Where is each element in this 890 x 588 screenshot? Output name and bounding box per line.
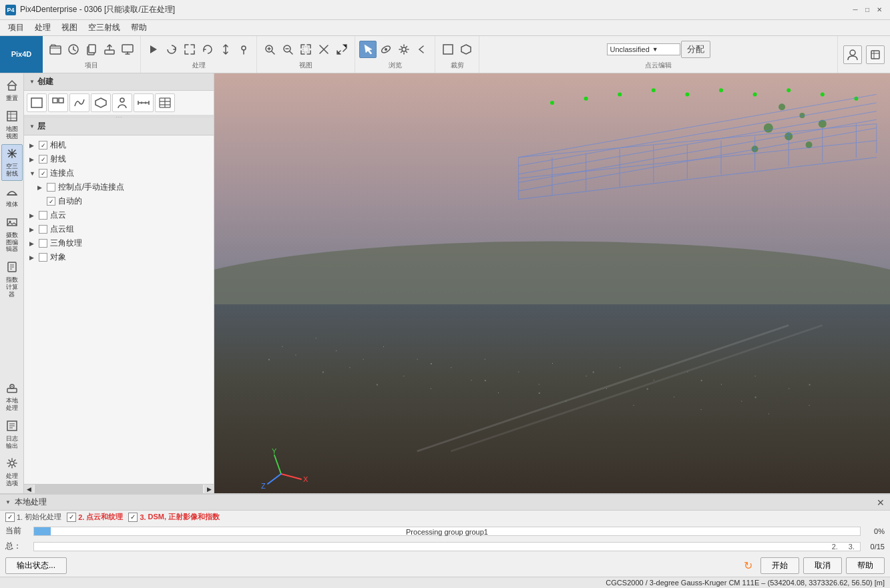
create-btn-person[interactable] — [112, 93, 132, 112]
layer-pointcloud[interactable]: ▶ 点云 — [24, 208, 214, 222]
objects-expand[interactable]: ▶ — [29, 254, 39, 261]
layer-ray[interactable]: ▶ 射线 — [24, 152, 214, 166]
layer-camera[interactable]: ▶ 相机 — [24, 138, 214, 152]
tb-btn-expand[interactable] — [181, 41, 198, 58]
step1-check[interactable]: ✓ — [5, 513, 15, 522]
sidebar-item-rays[interactable]: 空三射线 — [1, 144, 23, 181]
sidebar-item-procoptions[interactable]: 处理选项 — [1, 454, 23, 491]
layer-auto[interactable]: 自动的 — [24, 194, 214, 208]
pointgroup-expand[interactable]: ▶ — [29, 226, 39, 233]
sidebar-item-logoutput[interactable]: 日志输出 — [1, 416, 23, 453]
auto-check[interactable] — [47, 197, 55, 206]
tb-btn-zoom-out[interactable] — [279, 41, 296, 58]
proc-step-1[interactable]: ✓ 1. 初始化处理 — [5, 512, 61, 522]
layer-tiepoints[interactable]: ▼ 连接点 — [24, 166, 214, 180]
tiepoints-expand[interactable]: ▼ — [29, 170, 39, 177]
tb-btn-copy[interactable] — [83, 41, 100, 58]
h-scrollbar[interactable]: ◀ ▶ — [24, 484, 214, 493]
camera-expand[interactable]: ▶ — [29, 142, 39, 149]
sidebar-item-reset[interactable]: 重置 — [1, 76, 23, 105]
sidebar-item-stockpile[interactable]: 堆体 — [1, 182, 23, 212]
tb-btn-x[interactable] — [315, 41, 332, 58]
user-profile-button[interactable] — [843, 45, 862, 64]
tb-btn-rotate[interactable] — [199, 41, 216, 58]
h-scroll-left[interactable]: ◀ — [24, 485, 33, 494]
window-controls[interactable]: ─ □ ✕ — [850, 5, 885, 15]
tb-btn-back[interactable] — [65, 41, 82, 58]
pointcloud-check[interactable] — [39, 211, 47, 220]
tb-btn-export[interactable] — [101, 41, 118, 58]
proc-step-3[interactable]: ✓ 3. DSM, 正射影像和指数 — [128, 512, 220, 522]
create-btn-measure[interactable] — [134, 93, 154, 112]
tb-btn-expand2[interactable] — [333, 41, 351, 58]
create-btn-curve[interactable] — [69, 93, 89, 112]
create-expand-icon[interactable]: ▼ — [29, 79, 35, 85]
bp-expand-icon[interactable]: ▼ — [5, 499, 11, 505]
step2-check[interactable]: ✓ — [67, 513, 76, 522]
create-btn-grid[interactable] — [155, 93, 175, 112]
camera-check[interactable] — [39, 141, 47, 150]
tb-btn-nav-pan[interactable] — [395, 41, 413, 58]
layer-triangulation[interactable]: ▶ 三角纹理 — [24, 236, 214, 250]
triangulation-check[interactable] — [39, 239, 47, 248]
minimize-button[interactable]: ─ — [850, 5, 861, 15]
start-button[interactable]: 开始 — [760, 557, 799, 574]
proc-step-2[interactable]: ✓ 2. 点云和纹理 — [67, 512, 123, 522]
tb-btn-monitor[interactable] — [119, 41, 136, 58]
ray-expand[interactable]: ▶ — [29, 156, 39, 163]
tb-btn-refresh[interactable] — [163, 41, 180, 58]
tb-btn-nav-orbit[interactable] — [377, 41, 395, 58]
pointcloud-expand[interactable]: ▶ — [29, 212, 39, 219]
tb-btn-updown[interactable] — [217, 41, 234, 58]
create-btn-hex2[interactable] — [91, 93, 111, 112]
control-expand[interactable]: ▶ — [37, 184, 47, 191]
tb-btn-nav-back[interactable] — [413, 41, 431, 58]
sidebar-item-mapview[interactable]: 地图视图 — [1, 107, 23, 143]
tiepoints-check[interactable] — [39, 169, 47, 178]
control-check[interactable] — [47, 183, 55, 192]
layer-control[interactable]: ▶ 控制点/手动连接点 — [24, 180, 214, 194]
objects-check[interactable] — [39, 253, 47, 262]
tb-btn-clip-box[interactable] — [439, 41, 457, 58]
sidebar-item-indexcalc[interactable]: 指数计算器 — [1, 258, 23, 301]
bp-close-button[interactable]: ✕ — [877, 497, 885, 508]
tb-btn-assign[interactable]: 分配 — [681, 41, 710, 58]
sidebar-item-localproc[interactable]: 本地处理 — [1, 378, 23, 415]
step3-check[interactable]: ✓ — [128, 513, 138, 522]
create-btn-rect[interactable] — [27, 93, 47, 112]
tb-btn-open[interactable] — [47, 41, 64, 58]
sidebar-item-photoeditor[interactable]: 摄数图编辑器 — [1, 213, 23, 256]
settings-button[interactable] — [866, 45, 885, 64]
menu-view[interactable]: 视图 — [56, 21, 83, 35]
menu-rays[interactable]: 空三射线 — [83, 21, 126, 35]
svg-point-122 — [584, 97, 588, 101]
tb-btn-clip-hex[interactable] — [457, 41, 475, 58]
h-scroll-right[interactable]: ▶ — [204, 485, 214, 494]
maximize-button[interactable]: □ — [862, 5, 873, 15]
close-button[interactable]: ✕ — [874, 5, 885, 15]
tb-btn-fit[interactable] — [297, 41, 314, 58]
sidebar-label-indexcalc: 指数计算器 — [3, 276, 21, 298]
tb-btn-zoom-in[interactable] — [261, 41, 278, 58]
h-scroll-thumb[interactable] — [35, 485, 203, 494]
triangulation-expand[interactable]: ▶ — [29, 240, 39, 247]
tb-btn-play[interactable] — [145, 41, 162, 58]
layer-pointgroup[interactable]: ▶ 点云组 — [24, 222, 214, 236]
pointgroup-check[interactable] — [39, 225, 47, 234]
create-btn-polygon[interactable] — [48, 93, 68, 112]
menu-project[interactable]: 项目 — [3, 21, 29, 35]
tb-btn-nav-select[interactable] — [359, 41, 377, 58]
layer-objects[interactable]: ▶ 对象 — [24, 250, 214, 264]
cancel-button[interactable]: 取消 — [803, 557, 842, 574]
output-status-button[interactable]: 输出状态... — [5, 557, 67, 574]
refresh-button[interactable]: ↻ — [739, 557, 756, 574]
tb-btn-pin[interactable] — [235, 41, 252, 58]
help-button[interactable]: 帮助 — [846, 557, 885, 574]
classification-dropdown[interactable]: Unclassified ▼ — [607, 43, 680, 55]
ray-check[interactable] — [39, 155, 47, 164]
menu-process[interactable]: 处理 — [29, 21, 56, 35]
viewport[interactable]: X Y Z — [214, 73, 890, 493]
sidebar-label-stockpile: 堆体 — [6, 201, 18, 208]
layers-expand-icon[interactable]: ▼ — [29, 123, 35, 129]
menu-help[interactable]: 帮助 — [126, 21, 152, 35]
